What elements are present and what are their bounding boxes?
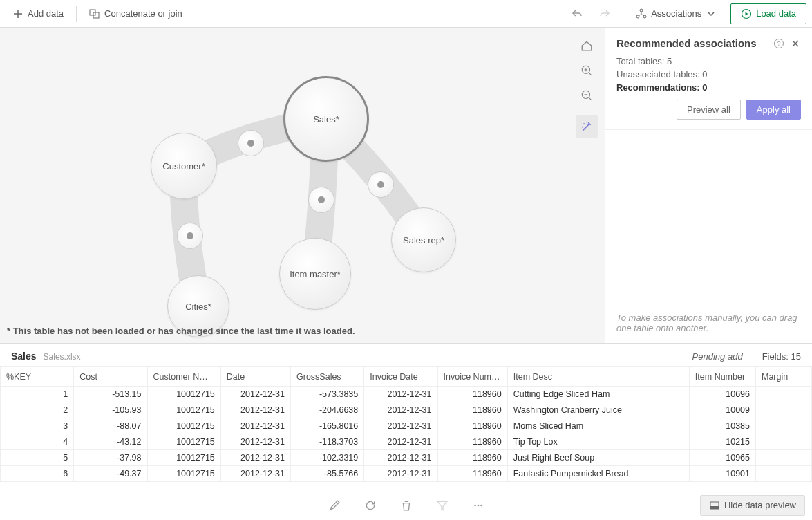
- table-cell: Just Right Beef Soup: [507, 450, 689, 466]
- associations-canvas[interactable]: Sales* Customer* Cities* Item master* Sa…: [0, 28, 605, 343]
- table-cell: [756, 418, 812, 434]
- column-header[interactable]: Customer N…: [147, 367, 220, 387]
- zoom-out-button[interactable]: [576, 84, 598, 106]
- table-cell: Cutting Edge Sliced Ham: [507, 387, 689, 402]
- table-cell: 10965: [689, 450, 755, 466]
- more-button[interactable]: [467, 494, 489, 517]
- table-cell: 2012-12-31: [220, 450, 290, 466]
- svg-point-2: [640, 9, 643, 12]
- recommendations-panel: Recommended associations ? Total tables:…: [605, 28, 812, 343]
- concatenate-button[interactable]: Concatenate or join: [82, 4, 189, 24]
- concatenate-label: Concatenate or join: [104, 8, 182, 19]
- apply-all-button[interactable]: Apply all: [746, 100, 801, 120]
- column-header[interactable]: Invoice Date: [364, 367, 437, 387]
- preview-status: Pending add: [692, 351, 743, 362]
- joint-sales-salesrep[interactable]: [368, 171, 394, 198]
- table-cell: 10012715: [147, 418, 220, 434]
- bubble-item-master[interactable]: Item master*: [279, 238, 351, 310]
- canvas-footnote: * This table has not been loaded or has …: [7, 326, 355, 336]
- table-row[interactable]: 6-49.37100127152012-12-31-85.57662012-12…: [1, 466, 812, 482]
- joint-sales-itemmaster[interactable]: [308, 187, 334, 213]
- table-cell: 6: [1, 466, 74, 482]
- table-cell: [756, 387, 812, 402]
- add-data-button[interactable]: Add data: [6, 4, 70, 24]
- filter-button[interactable]: [431, 494, 453, 517]
- column-header[interactable]: Margin: [756, 367, 812, 387]
- table-cell: 2012-12-31: [364, 387, 437, 402]
- undo-button[interactable]: [565, 4, 589, 24]
- edit-button[interactable]: [323, 494, 346, 517]
- table-cell: 2012-12-31: [220, 466, 290, 482]
- tool-separator: [577, 111, 596, 111]
- table-cell: 10385: [689, 418, 755, 434]
- table-cell: 1: [1, 387, 74, 402]
- bubble-customer[interactable]: Customer*: [151, 133, 217, 199]
- table-cell: 118960: [437, 450, 507, 466]
- table-cell: 118960: [437, 434, 507, 450]
- table-cell: -37.98: [74, 450, 147, 466]
- table-cell: 2012-12-31: [220, 434, 290, 450]
- column-header[interactable]: Item Number: [689, 367, 755, 387]
- table-cell: 2012-12-31: [220, 402, 290, 418]
- column-header[interactable]: GrossSales: [291, 367, 364, 387]
- magic-wand-button[interactable]: [576, 115, 598, 138]
- help-icon[interactable]: ?: [773, 38, 784, 49]
- concatenate-icon: [89, 8, 100, 19]
- column-header[interactable]: Invoice Num…: [437, 367, 507, 387]
- data-preview: Sales Sales.xlsx Pending add Fields: 15 …: [0, 343, 812, 490]
- panel-hint: To make associations manually, you can d…: [605, 303, 812, 343]
- associations-dropdown[interactable]: Associations: [629, 4, 724, 24]
- redo-icon: [599, 8, 610, 19]
- table-cell: 10009: [689, 402, 755, 418]
- table-cell: 2012-12-31: [364, 402, 437, 418]
- bubble-sales[interactable]: Sales*: [283, 76, 369, 162]
- column-header[interactable]: %KEY: [1, 367, 74, 387]
- undo-icon: [572, 8, 583, 19]
- bubble-sales-rep[interactable]: Sales rep*: [391, 207, 456, 272]
- table-cell: 10012715: [147, 434, 220, 450]
- refresh-button[interactable]: [359, 494, 381, 517]
- svg-point-12: [480, 504, 482, 506]
- chevron-down-icon: [706, 8, 717, 19]
- table-cell: [756, 450, 812, 466]
- play-circle-icon: [741, 8, 752, 19]
- plus-icon: [12, 8, 23, 19]
- table-cell: -204.6638: [291, 402, 364, 418]
- table-header-row: %KEYCostCustomer N…DateGrossSalesInvoice…: [1, 367, 812, 387]
- preview-grid[interactable]: %KEYCostCustomer N…DateGrossSalesInvoice…: [0, 366, 812, 490]
- hide-data-preview-button[interactable]: Hide data preview: [700, 495, 805, 516]
- table-row[interactable]: 2-105.93100127152012-12-31-204.66382012-…: [1, 402, 812, 418]
- joint-sales-customer[interactable]: [238, 130, 264, 156]
- table-cell: 10012715: [147, 450, 220, 466]
- load-data-label: Load data: [756, 8, 796, 19]
- table-cell: 118960: [437, 466, 507, 482]
- table-cell: 5: [1, 450, 74, 466]
- table-row[interactable]: 4-43.12100127152012-12-31-118.37032012-1…: [1, 434, 812, 450]
- add-data-label: Add data: [28, 8, 64, 19]
- table-cell: Fantastic Pumpernickel Bread: [507, 466, 689, 482]
- redo-button[interactable]: [592, 4, 617, 24]
- table-cell: -85.5766: [291, 466, 364, 482]
- load-data-button[interactable]: Load data: [730, 3, 806, 24]
- joint-customer-cities[interactable]: [177, 223, 203, 249]
- table-cell: -165.8016: [291, 418, 364, 434]
- table-cell: -102.3319: [291, 450, 364, 466]
- table-cell: 10012715: [147, 387, 220, 402]
- close-icon[interactable]: [790, 38, 801, 49]
- table-row[interactable]: 5-37.98100127152012-12-31-102.33192012-1…: [1, 450, 812, 466]
- table-row[interactable]: 3-88.07100127152012-12-31-165.80162012-1…: [1, 418, 812, 434]
- column-header[interactable]: Cost: [74, 367, 147, 387]
- preview-all-button[interactable]: Preview all: [677, 100, 741, 120]
- table-row[interactable]: 1-513.15100127152012-12-31-573.38352012-…: [1, 387, 812, 402]
- column-header[interactable]: Date: [220, 367, 290, 387]
- table-cell: 3: [1, 418, 74, 434]
- zoom-in-button[interactable]: [576, 59, 598, 82]
- table-cell: -105.93: [74, 402, 147, 418]
- table-cell: 2012-12-31: [364, 418, 437, 434]
- delete-button[interactable]: [395, 494, 417, 517]
- home-view-button[interactable]: [576, 35, 598, 57]
- top-toolbar: Add data Concatenate or join Association…: [0, 0, 812, 28]
- svg-rect-14: [710, 506, 719, 509]
- preview-table: %KEYCostCustomer N…DateGrossSalesInvoice…: [0, 366, 812, 482]
- column-header[interactable]: Item Desc: [507, 367, 689, 387]
